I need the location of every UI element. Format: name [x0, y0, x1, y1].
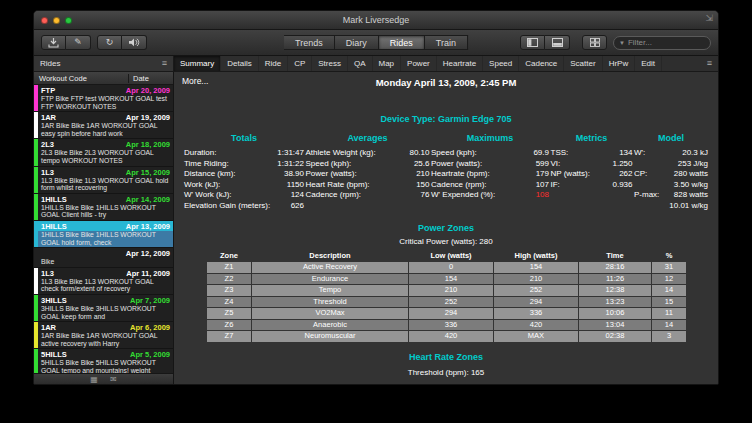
ride-list: FTP Apr 20, 2009 FTP Bike FTP test WORKO…	[34, 85, 173, 373]
stat-row: Work (kJ): 1150	[184, 180, 304, 191]
titlebar: Mark Liversedge ⇲	[34, 11, 718, 30]
view-tab[interactable]: Diary	[335, 35, 379, 50]
sidebar-toggle-button[interactable]	[520, 35, 545, 50]
more-link[interactable]: More...	[182, 76, 208, 86]
analysis-tab[interactable]: Scatter	[564, 56, 602, 71]
sync-button[interactable]: ↻	[97, 35, 122, 50]
stat-row: NP (watts): 262	[551, 169, 633, 180]
stat-label: Elevation Gain (meters):	[184, 201, 270, 212]
ride-description: 3HILLS Bike Bike 3HILLS WORKOUT GOAL kee…	[41, 305, 170, 320]
stat-value: 134	[619, 148, 632, 159]
power-zones-table: Zone Description Low (watts) High (watts…	[207, 250, 685, 342]
hr-threshold-text: Threshold (bpm): 165	[182, 368, 710, 377]
analysis-tab[interactable]: CP	[288, 56, 312, 71]
zone-high: 294	[494, 297, 578, 308]
stat-value: 76	[421, 190, 430, 201]
stat-value: 0.936	[612, 180, 632, 191]
zone-high: MAX	[494, 331, 578, 342]
col-time: Time	[579, 250, 651, 261]
close-button[interactable]	[41, 17, 48, 24]
stat-row: W' Expended (%): 108	[431, 190, 549, 201]
download-button[interactable]	[41, 35, 66, 50]
ride-code: 1HILLS	[41, 222, 67, 231]
ride-list-item[interactable]: 1L3 Apr 15, 2009 1L3 Bike Bike 1L3 WORKO…	[34, 167, 173, 194]
ride-date: Apr 7, 2009	[130, 296, 170, 305]
grid-view-icon[interactable]: ▦	[90, 376, 98, 384]
totals-section: Totals Duration: 1:31:47 Time Riding: 1:…	[184, 133, 304, 211]
filter-funnel-icon[interactable]: ▼	[619, 40, 625, 46]
stat-value: 25.6	[414, 159, 430, 170]
ride-date: Apr 18, 2009	[126, 140, 170, 149]
zone-description: VO2Max	[252, 308, 408, 319]
tabbar-menu-icon[interactable]: ≡	[707, 59, 712, 68]
column-workout-code[interactable]: Workout Code	[34, 74, 129, 83]
stat-label: W' Work (kJ):	[184, 190, 232, 201]
analysis-tab[interactable]: QA	[348, 56, 373, 71]
ride-list-item[interactable]: 1HILLS Apr 13, 2009 1HILLS Bike Bike 1HI…	[34, 221, 173, 248]
analysis-tab[interactable]: Details	[221, 56, 258, 71]
zone-pct: 11	[652, 308, 686, 319]
column-date[interactable]: Date	[129, 74, 173, 83]
analysis-tab[interactable]: Map	[373, 56, 402, 71]
analysis-tab[interactable]: Heartrate	[437, 56, 483, 71]
analysis-tabbar: Rides ≡ Summary Details Ride CP Stress Q…	[34, 56, 718, 72]
zone-id: Z5	[207, 308, 251, 319]
zone-description: Tempo	[252, 285, 408, 296]
analysis-tab[interactable]: Ride	[259, 56, 288, 71]
fullscreen-icon[interactable]: ⇲	[705, 14, 713, 23]
ride-list-item[interactable]: 1HILLS Apr 14, 2009 1HILLS Bike Bike 1HI…	[34, 194, 173, 221]
stat-value: 253 J/kg	[678, 159, 708, 170]
analysis-tab[interactable]: Edit	[635, 56, 662, 71]
ride-description: 2L3 Bike Bike 2L3 WORKOUT GOAL tempo WOR…	[41, 149, 170, 164]
view-tab[interactable]: Rides	[379, 35, 425, 50]
device-type: Device Type: Garmin Edge 705	[182, 114, 710, 124]
filter-input[interactable]	[628, 38, 705, 47]
analysis-tab[interactable]: Summary	[174, 56, 221, 71]
sidebar-menu-icon[interactable]: ≡	[162, 59, 167, 68]
ride-list-item[interactable]: 3HILLS Apr 7, 2009 3HILLS Bike Bike 3HIL…	[34, 295, 173, 322]
stat-row: 10.01 w/kg	[634, 201, 708, 212]
analysis-tab[interactable]: Stress	[312, 56, 348, 71]
ride-description: 1HILLS Bike Bike 1HILLS WORKOUT GOAL Cli…	[41, 204, 170, 219]
audio-button[interactable]	[122, 35, 147, 50]
tiled-view-button[interactable]	[582, 35, 607, 50]
mail-icon[interactable]: ✉	[110, 376, 117, 384]
ride-description: 1AR Bike Bike 1AR WORKOUT GOAL easy spin…	[41, 122, 170, 137]
analysis-tab[interactable]: Cadence	[519, 56, 564, 71]
stat-value: 80.10	[409, 148, 429, 159]
lowbar-toggle-button[interactable]	[545, 35, 570, 50]
ride-code: FTP	[41, 86, 55, 95]
zone-high: 210	[494, 274, 578, 285]
zoom-button[interactable]	[65, 17, 72, 24]
zone-description: Active Recovery	[252, 262, 408, 273]
ride-list-item[interactable]: 1L3 Apr 11, 2009 1L3 Bike Bike 1L3 WORKO…	[34, 268, 173, 295]
ride-list-item[interactable]: 5HILLS Apr 5, 2009 5HILLS Bike Bike 5HIL…	[34, 349, 173, 373]
ride-list-item[interactable]: 1AR Apr 19, 2009 1AR Bike Bike 1AR WORKO…	[34, 112, 173, 139]
analysis-tab[interactable]: Power	[401, 56, 437, 71]
zone-time: 02:38	[579, 331, 651, 342]
ride-list-item[interactable]: Apr 12, 2009 Bike	[34, 248, 173, 268]
ride-list-item[interactable]: 1AR Apr 6, 2009 1AR Bike Bike 1AR WORKOU…	[34, 322, 173, 349]
analysis-tab[interactable]: HrPw	[603, 56, 636, 71]
window-title: Mark Liversedge	[34, 15, 718, 25]
ride-list-item[interactable]: FTP Apr 20, 2009 FTP Bike FTP test WORKO…	[34, 85, 173, 112]
ride-description: Bike	[41, 258, 170, 266]
ride-list-item[interactable]: 2L3 Apr 18, 2009 2L3 Bike Bike 2L3 WORKO…	[34, 139, 173, 166]
view-tab[interactable]: Train	[425, 35, 468, 50]
stat-value: 828 watts	[674, 190, 708, 201]
ride-description: FTP Bike FTP test WORKOUT GOAL test FTP …	[41, 95, 170, 110]
stat-label: CP:	[634, 169, 647, 180]
zone-time: 28:16	[579, 262, 651, 273]
minimize-button[interactable]	[53, 17, 60, 24]
stat-value: 179	[536, 169, 549, 180]
col-zone: Zone	[207, 250, 251, 261]
stat-row: Duration: 1:31:47	[184, 148, 304, 159]
ride-code: 1L3	[41, 269, 54, 278]
ride-date: Apr 14, 2009	[126, 195, 170, 204]
manual-entry-button[interactable]: ✎	[66, 35, 91, 50]
view-tab[interactable]: Trends	[284, 35, 335, 50]
analysis-tab[interactable]: Speed	[483, 56, 519, 71]
averages-section: Averages Athlete Weight (kg): 80.10 Spee…	[306, 133, 430, 211]
maximums-rows: Speed (kph): 69.9 Power (watts): 599 Hea…	[431, 148, 549, 201]
zone-low: 420	[409, 331, 493, 342]
